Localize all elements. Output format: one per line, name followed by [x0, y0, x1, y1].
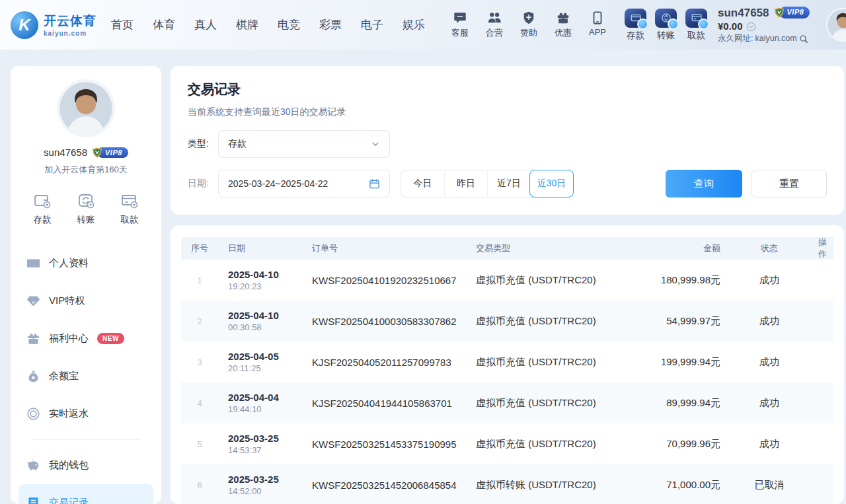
nav-item[interactable]: 电竞: [278, 17, 300, 32]
row-time: 00:30:58: [228, 322, 312, 332]
balance-dropdown-icon[interactable]: [746, 22, 756, 32]
wallet-action[interactable]: 存款: [625, 9, 646, 42]
permanent-url-label: 永久网址:: [718, 34, 753, 44]
wallet-action[interactable]: 取款: [685, 9, 707, 42]
nav-item[interactable]: 体育: [153, 17, 175, 32]
table-row: 5 2025-03-25 14:53:37 KWSF20250325145337…: [181, 423, 833, 464]
records-icon: [26, 496, 40, 504]
brand-name: 开云体育: [44, 13, 96, 30]
col-header-no: 序号: [181, 242, 218, 254]
nav-item[interactable]: 电子: [361, 17, 383, 32]
nav-item[interactable]: 首页: [111, 17, 134, 32]
profile-avatar[interactable]: [59, 82, 112, 135]
sidebar-menu-item[interactable]: VIP特权: [19, 282, 153, 320]
table-row: 2 2025-04-10 00:30:58 KWSF20250410003058…: [181, 301, 833, 342]
quick-link[interactable]: 赞助: [516, 11, 541, 39]
wallet-action[interactable]: 转账: [655, 9, 677, 42]
row-order-number: KWSF202503251452006845854: [312, 480, 476, 491]
wallet-shortcut[interactable]: 存款: [33, 192, 52, 226]
type-select[interactable]: 存款: [218, 130, 390, 158]
chevron-down-icon: [371, 139, 380, 149]
query-button[interactable]: 查询: [666, 170, 742, 198]
date-range-input[interactable]: 2025-03-24~2025-04-22: [218, 170, 390, 198]
table-row: 6 2025-03-25 14:52:00 KWSF20250325145200…: [181, 464, 833, 504]
brand-logo[interactable]: K 开云体育 kaiyun.com: [11, 11, 102, 39]
row-time: 20:11:25: [228, 363, 312, 373]
wallet-actions: 存款 转账 取款: [625, 9, 707, 42]
nav-item[interactable]: 彩票: [319, 17, 342, 32]
sidebar-menu-item[interactable]: 交易记录: [19, 484, 153, 504]
search-icon[interactable]: [799, 34, 808, 44]
permanent-url[interactable]: kaiyun.com: [755, 34, 796, 44]
sidebar-vip-badge[interactable]: VIP8: [91, 147, 128, 158]
sidebar-menu-label: 我的钱包: [49, 459, 89, 472]
row-transaction-type: 虚拟币充值 (USDT/TRC20): [476, 356, 633, 369]
transfer-3d-icon: [655, 9, 677, 28]
user-info: sun47658 VIP8 ¥0.00 永久网址: kaiyun.com: [718, 6, 822, 44]
wallet-shortcut-label: 取款: [121, 214, 139, 226]
row-status: 成功: [720, 274, 818, 287]
join-days-text: 加入开云体育第160天: [11, 164, 161, 176]
vip-badge[interactable]: VIP8: [773, 7, 810, 18]
row-number: 4: [181, 398, 218, 408]
sidebar-menu-label: VIP特权: [49, 295, 85, 307]
nav-item[interactable]: 棋牌: [236, 17, 258, 32]
partner-icon: [487, 11, 502, 25]
row-date: 2025-04-10: [228, 269, 312, 280]
date-range-option[interactable]: 今日: [401, 170, 444, 197]
quick-link[interactable]: 合营: [482, 11, 507, 39]
gem-icon: [26, 294, 40, 308]
date-range-option[interactable]: 近7日: [487, 170, 530, 197]
quick-link-label: 客服: [451, 27, 469, 39]
row-date: 2025-03-25: [228, 433, 312, 444]
quick-link[interactable]: 客服: [447, 11, 473, 39]
deposit-icon: [33, 192, 52, 210]
row-amount: 89,999.94元: [633, 397, 720, 410]
date-range-option[interactable]: 近30日: [529, 170, 574, 198]
filter-card: 交易记录 当前系统支持查询最近30日的交易记录 类型: 存款 日期: 2025-…: [171, 66, 844, 215]
wallet-shortcut[interactable]: 转账: [77, 192, 95, 226]
row-date: 2025-03-25: [228, 474, 312, 485]
quick-links: 客服 合营 赞助 优惠 APP: [447, 11, 610, 39]
user-avatar[interactable]: [827, 9, 846, 40]
service-icon: [453, 11, 467, 25]
sidebar-menu-item[interactable]: 余额宝: [19, 357, 153, 395]
col-header-type: 交易类型: [476, 242, 633, 254]
wallet-shortcut-label: 存款: [34, 214, 52, 226]
wallet-shortcuts: 存款 转账 取款: [11, 192, 161, 226]
top-bar: K 开云体育 kaiyun.com 首页 体育 真人 棋牌 电竞 彩票 电子 娱…: [0, 0, 846, 50]
type-filter-label: 类型:: [188, 138, 218, 150]
sidebar-menu-item[interactable]: 福利中心 NEW: [19, 320, 153, 357]
col-header-action: 操作: [818, 236, 833, 260]
row-number: 1: [181, 275, 218, 285]
sidebar-menu-item[interactable]: 我的钱包: [19, 447, 153, 484]
sidebar-menu-item[interactable]: 实时返水: [19, 395, 153, 433]
col-header-status: 状态: [720, 242, 818, 254]
nav-item[interactable]: 真人: [194, 17, 217, 32]
quick-link[interactable]: APP: [585, 11, 610, 39]
page-title: 交易记录: [188, 81, 827, 98]
row-transaction-type: 虚拟币转账 (USDT/TRC20): [476, 479, 633, 491]
row-status: 成功: [720, 397, 818, 410]
row-date: 2025-04-05: [228, 351, 312, 362]
quick-link[interactable]: 优惠: [551, 11, 576, 39]
transfer-icon: [77, 192, 95, 210]
sidebar: sun47658 VIP8 加入开云体育第160天 存款: [11, 66, 161, 504]
page-subtitle: 当前系统支持查询最近30日的交易记录: [188, 106, 827, 118]
wallet-shortcut[interactable]: 取款: [120, 192, 139, 226]
nav-item[interactable]: 娱乐: [403, 17, 425, 32]
sidebar-menu: 个人资料 VIP特权 福利中心 NEW 余额宝: [11, 244, 161, 504]
row-number: 2: [181, 316, 218, 326]
balance: ¥0.00: [718, 20, 743, 33]
row-status: 成功: [720, 438, 818, 450]
date-range-option[interactable]: 昨日: [444, 170, 487, 197]
wallet-shortcut-label: 转账: [77, 214, 95, 226]
reset-button[interactable]: 重置: [751, 170, 827, 198]
quick-link-label: 赞助: [520, 27, 537, 39]
sidebar-menu-item[interactable]: 个人资料: [19, 244, 153, 282]
row-amount: 54,999.97元: [633, 315, 720, 328]
sidebar-menu-label: 交易记录: [49, 497, 89, 504]
table-row: 3 2025-04-05 20:11:25 KJSF20250405201125…: [181, 342, 833, 382]
row-order-number: KWSF202504101920232510667: [312, 275, 476, 286]
sidebar-menu-label: 余额宝: [49, 370, 79, 382]
